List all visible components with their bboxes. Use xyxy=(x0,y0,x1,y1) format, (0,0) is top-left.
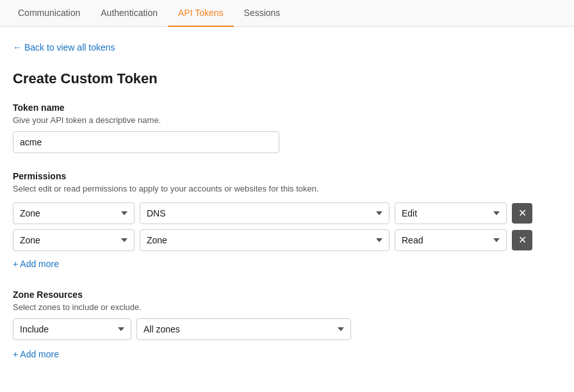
permission-row-1-permission-select[interactable]: Edit Read xyxy=(395,202,507,224)
tab-sessions[interactable]: Sessions xyxy=(234,0,291,27)
permission-row-2: Zone Account Zone DNS Cache Purge SSL an… xyxy=(13,229,561,251)
zone-resources-add-more-link[interactable]: + Add more xyxy=(13,349,59,359)
page-title: Create Custom Token xyxy=(13,70,561,87)
back-arrow-icon: ← xyxy=(13,42,22,53)
permissions-section: Permissions Select edit or read permissi… xyxy=(13,171,561,269)
permission-row-2-type-select[interactable]: Zone Account xyxy=(13,229,135,251)
permissions-hint: Select edit or read permissions to apply… xyxy=(13,184,561,193)
token-name-label: Token name xyxy=(13,102,561,113)
close-icon-2: ✕ xyxy=(518,235,527,245)
token-name-hint: Give your API token a descriptive name. xyxy=(13,115,561,125)
back-link[interactable]: ← Back to view all tokens xyxy=(13,42,115,53)
tab-communication[interactable]: Communication xyxy=(8,0,90,27)
permissions-label: Permissions xyxy=(13,171,561,181)
close-icon: ✕ xyxy=(518,208,527,218)
permission-row-1: Zone Account DNS Zone Cache Purge SSL an… xyxy=(13,202,561,224)
permission-row-1-type-select[interactable]: Zone Account xyxy=(13,202,135,224)
back-link-text: Back to view all tokens xyxy=(24,42,115,53)
zone-resources-include-select[interactable]: Include Exclude xyxy=(13,318,131,340)
zone-resources-label: Zone Resources xyxy=(13,290,561,300)
permissions-add-more-link[interactable]: + Add more xyxy=(13,259,59,269)
token-name-input[interactable] xyxy=(13,131,279,153)
zone-resources-hint: Select zones to include or exclude. xyxy=(13,302,561,312)
main-content: ← Back to view all tokens Create Custom … xyxy=(0,27,574,375)
tab-authentication[interactable]: Authentication xyxy=(90,0,168,27)
permission-row-2-permission-select[interactable]: Edit Read xyxy=(395,229,507,251)
zone-resources-section: Zone Resources Select zones to include o… xyxy=(13,290,561,359)
tab-navigation: Communication Authentication API Tokens … xyxy=(0,0,574,27)
permission-row-1-remove-button[interactable]: ✕ xyxy=(512,203,532,224)
zone-resources-zones-select[interactable]: All zones Specific zone xyxy=(136,318,351,340)
zone-resources-row: Include Exclude All zones Specific zone xyxy=(13,318,561,340)
permission-row-2-resource-select[interactable]: Zone DNS Cache Purge SSL and Certificate… xyxy=(140,229,390,251)
tab-api-tokens[interactable]: API Tokens xyxy=(168,0,234,27)
permission-row-1-resource-select[interactable]: DNS Zone Cache Purge SSL and Certificate… xyxy=(140,202,390,224)
token-name-section: Token name Give your API token a descrip… xyxy=(13,102,561,153)
permission-row-2-remove-button[interactable]: ✕ xyxy=(512,230,532,250)
